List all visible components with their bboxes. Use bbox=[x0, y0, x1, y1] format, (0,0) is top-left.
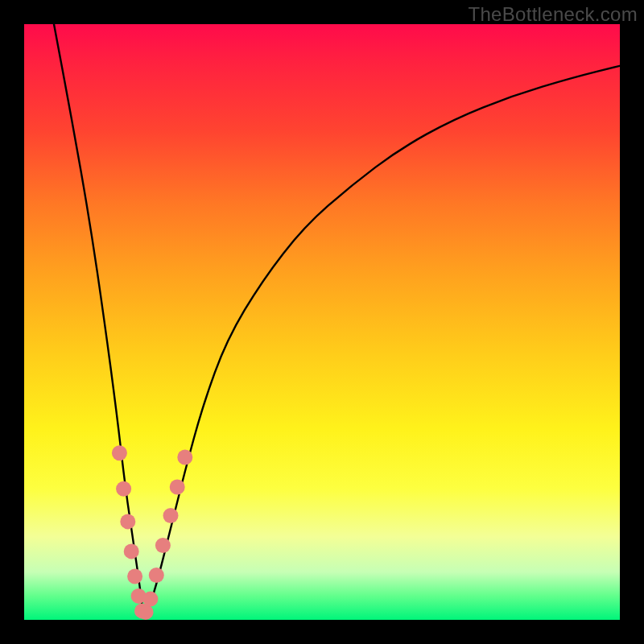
marker-dot bbox=[120, 514, 135, 529]
marker-dot bbox=[142, 592, 158, 607]
marker-dot bbox=[112, 445, 127, 460]
marker-dot bbox=[155, 538, 171, 553]
watermark-text: TheBottleneck.com bbox=[468, 3, 638, 26]
plot-area bbox=[24, 24, 620, 620]
marker-dot bbox=[124, 543, 139, 559]
bottleneck-curve bbox=[54, 24, 620, 613]
chart-frame: TheBottleneck.com bbox=[0, 0, 644, 644]
marker-dot bbox=[177, 450, 192, 465]
marker-dot bbox=[127, 569, 142, 584]
marker-dot bbox=[170, 480, 185, 495]
marker-dot bbox=[116, 481, 131, 497]
curve-layer bbox=[24, 24, 620, 620]
marker-dot bbox=[163, 508, 179, 523]
marker-dot bbox=[138, 605, 154, 620]
marker-dot bbox=[149, 568, 164, 583]
